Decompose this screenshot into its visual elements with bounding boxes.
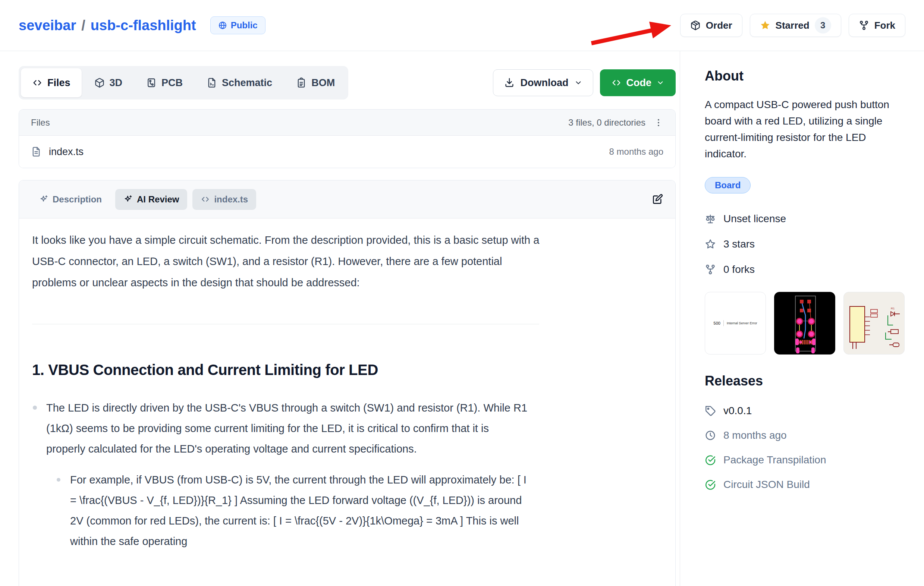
tab-index-ts[interactable]: index.ts xyxy=(192,189,256,210)
tab-files-label: Files xyxy=(47,77,71,89)
repo-header: seveibar / usb-c-flashlight Public Order… xyxy=(0,0,924,51)
file-icon xyxy=(31,146,41,157)
error-message: Internal Server Error xyxy=(727,321,757,325)
release-check-row[interactable]: Package Transpilation xyxy=(705,448,908,472)
license-label: Unset license xyxy=(723,213,786,225)
chevron-down-icon xyxy=(656,79,665,87)
bullet-text: For example, if VBUS (from USB-C) is 5V,… xyxy=(70,474,526,547)
section-heading: 1. VBUS Connection and Current Limiting … xyxy=(32,362,662,379)
download-label: Download xyxy=(521,77,569,89)
tab-pcb[interactable]: PCB xyxy=(135,68,194,97)
edit-button[interactable] xyxy=(652,193,663,206)
globe-icon xyxy=(218,21,227,30)
sparkles-icon xyxy=(124,194,133,204)
fork-icon xyxy=(859,20,869,31)
download-button[interactable]: Download xyxy=(493,69,593,96)
star-icon xyxy=(760,20,771,31)
view-tabs: Files 3D PCB Schematic xyxy=(19,66,348,100)
svg-text:R1: R1 xyxy=(891,307,895,310)
fork-label: Fork xyxy=(874,20,895,31)
file-name[interactable]: index.ts xyxy=(49,146,84,158)
order-button[interactable]: Order xyxy=(680,14,742,37)
readme-content: It looks like you have a simple circuit … xyxy=(19,219,675,574)
breadcrumb: seveibar / usb-c-flashlight Public xyxy=(19,16,266,34)
tab-3d-label: 3D xyxy=(110,77,123,89)
preview-3d-thumbnail[interactable]: 500 Internal Server Error xyxy=(705,292,766,354)
tab-schematic-label: Schematic xyxy=(222,77,272,89)
tab-ai-review[interactable]: AI Review xyxy=(115,189,187,210)
header-actions: Order Starred 3 Fork xyxy=(680,14,905,37)
tab-3d[interactable]: 3D xyxy=(83,68,134,97)
code-icon xyxy=(201,194,210,204)
star-label: Starred xyxy=(776,20,810,31)
divider xyxy=(723,320,724,326)
tab-index-ts-label: index.ts xyxy=(214,194,248,205)
release-version-row[interactable]: v0.0.1 xyxy=(705,398,908,423)
visibility-label: Public xyxy=(231,20,257,31)
tab-bom-label: BOM xyxy=(311,77,335,89)
release-age: 8 months ago xyxy=(723,430,787,441)
release-check-label: Package Transpilation xyxy=(723,454,826,466)
kebab-menu-icon[interactable] xyxy=(653,118,663,127)
package-icon xyxy=(690,20,701,31)
tab-ai-review-label: AI Review xyxy=(137,194,179,205)
schematic-preview-image: R1 xyxy=(844,292,904,354)
tab-schematic[interactable]: Schematic xyxy=(195,68,284,97)
files-summary: 3 files, 0 directories xyxy=(568,117,645,128)
visibility-badge: Public xyxy=(210,16,266,34)
code-label: Code xyxy=(627,77,652,89)
code-icon xyxy=(32,77,43,88)
about-description: A compact USB-C powered push button boar… xyxy=(705,97,903,162)
tab-files[interactable]: Files xyxy=(21,68,82,97)
bom-clipboard-icon xyxy=(296,77,307,88)
file-row[interactable]: index.ts 8 months ago xyxy=(19,136,675,168)
preview-schematic-thumbnail[interactable]: R1 xyxy=(843,292,904,354)
main-column: Files 3D PCB Schematic xyxy=(0,51,680,586)
tab-description-label: Description xyxy=(53,194,102,205)
star-button[interactable]: Starred 3 xyxy=(750,14,841,37)
cube-icon xyxy=(94,77,105,88)
bullet-list: The LED is directly driven by the USB-C'… xyxy=(32,398,662,552)
release-version: v0.0.1 xyxy=(723,405,752,417)
order-label: Order xyxy=(706,20,733,31)
download-icon xyxy=(504,77,515,88)
schematic-file-icon xyxy=(206,77,217,88)
star-count-badge: 3 xyxy=(815,17,831,33)
readme-card: Description AI Review index.ts I xyxy=(19,180,676,586)
tag-board[interactable]: Board xyxy=(705,177,751,193)
repo-link[interactable]: usb-c-flashlight xyxy=(91,18,196,33)
license-row[interactable]: Unset license xyxy=(705,206,908,232)
files-card: Files 3 files, 0 directories index.ts 8 … xyxy=(19,109,676,168)
pcb-icon xyxy=(146,77,157,88)
nested-bullet-list: For example, if VBUS (from USB-C) is 5V,… xyxy=(46,470,528,552)
preview-pcb-thumbnail[interactable] xyxy=(774,292,835,354)
view-toolbar: Files 3D PCB Schematic xyxy=(19,66,676,100)
pcb-preview-image xyxy=(774,292,835,354)
bullet-text: The LED is directly driven by the USB-C'… xyxy=(46,402,527,455)
file-updated: 8 months ago xyxy=(609,146,663,157)
fork-icon xyxy=(705,264,716,275)
content-area: Files 3D PCB Schematic xyxy=(0,51,924,586)
sparkles-icon xyxy=(39,194,48,204)
release-check-label: Circuit JSON Build xyxy=(723,479,810,491)
star-outline-icon xyxy=(705,239,716,250)
files-card-header: Files 3 files, 0 directories xyxy=(19,110,675,136)
fork-button[interactable]: Fork xyxy=(849,14,905,37)
stars-label: 3 stars xyxy=(723,238,755,250)
scale-icon xyxy=(705,213,716,224)
forks-label: 0 forks xyxy=(723,263,755,275)
release-check-row[interactable]: Circuit JSON Build xyxy=(705,472,908,497)
repo-meta: Unset license 3 stars 0 forks xyxy=(705,206,908,282)
files-title: Files xyxy=(31,117,50,128)
code-button[interactable]: Code xyxy=(600,69,676,96)
code-icon xyxy=(611,77,622,88)
stars-row[interactable]: 3 stars xyxy=(705,232,908,257)
tab-description[interactable]: Description xyxy=(31,189,110,210)
forks-row[interactable]: 0 forks xyxy=(705,257,908,282)
tab-bom[interactable]: BOM xyxy=(285,68,346,97)
review-intro: It looks like you have a simple circuit … xyxy=(32,230,543,293)
owner-link[interactable]: seveibar xyxy=(19,18,76,33)
list-item: For example, if VBUS (from USB-C) is 5V,… xyxy=(57,470,528,552)
releases-title: Releases xyxy=(705,373,908,389)
preview-error-text: 500 Internal Server Error xyxy=(705,292,766,354)
